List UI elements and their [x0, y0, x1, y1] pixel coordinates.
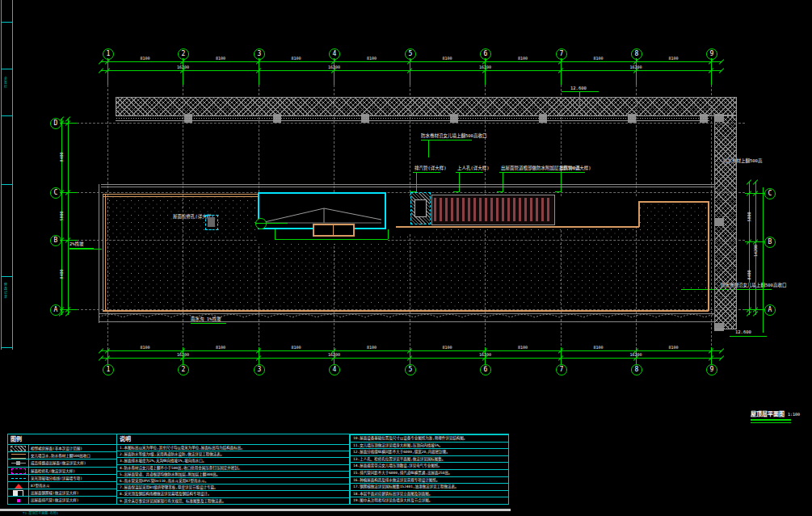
- annotation-leader: [561, 172, 562, 191]
- annotation-leader: [459, 172, 460, 191]
- annotation-leader: [413, 172, 440, 173]
- grid-bubble-top-6: 6: [480, 48, 491, 60]
- grid-connector: [485, 58, 486, 85]
- grid-connector: [60, 123, 77, 124]
- plot-stamp: T3-屋顶层平面图-布局1: [23, 511, 58, 515]
- notes-table-1: 说明 1.本图标高以米为单位,其余尺寸均以毫米为单位,屋面标高均为结构面标高。2…: [116, 434, 350, 505]
- grid-bubble-bottom-2: 2: [178, 364, 189, 375]
- annotation-leader: [557, 172, 585, 173]
- legend-symbol-cell: [8, 497, 29, 504]
- legend-row-label: 出屋面钢爬梯(做法详见大样): [29, 491, 78, 495]
- dim-label: 16200: [325, 353, 344, 357]
- legend-row-label: 相邻裙房屋面(非本次设计范围): [29, 447, 82, 451]
- level-leader: [562, 91, 599, 92]
- annotation-leader: [416, 172, 417, 191]
- note-item: 9.其余未尽事宜详见国家现行有关规范、标准图集及工程做法表。: [117, 497, 349, 504]
- parapet-flashing-line-icon: [11, 454, 26, 459]
- grid-connector: [60, 309, 77, 310]
- legend-row-label: 采光顶玻璃分格线(详幕墙专项): [29, 476, 82, 480]
- note-item: 1.本图标高以米为单位,其余尺寸均以毫米为单位,屋面标高均为结构面标高。: [117, 444, 349, 451]
- parapet-line: [103, 196, 258, 197]
- annotation-underline: [730, 336, 767, 337]
- grid-connector: [334, 58, 334, 85]
- annotation-leader: [499, 172, 527, 173]
- parapet-line-step: [396, 226, 639, 228]
- equipment-curb-box: [313, 224, 355, 237]
- dim-label: 8100: [664, 346, 684, 350]
- notes-header: 说明: [117, 434, 349, 444]
- level-leader: [579, 91, 580, 107]
- grid-bubble-left-B: B: [50, 235, 61, 246]
- note-item: 14.屋面避雷带沿女儿墙压顶敷设,详见电气专业图纸。: [351, 462, 508, 469]
- annotation-leader: [456, 172, 483, 173]
- grid-extension-line: [763, 187, 764, 333]
- dim-label: 16200: [476, 353, 495, 357]
- adjacent-roof-hatch-band-vertical: [714, 115, 737, 329]
- annotation-leader: [555, 191, 562, 192]
- legend-row-label: 成品排烟道出屋面(做法详见大样): [29, 461, 86, 465]
- grid-bubble-top-2: 2: [178, 48, 189, 60]
- grid-bubble-top-8: 8: [631, 48, 642, 60]
- note-item: 4.防水卷材沿女儿墙上翻不小于500高,收口处用金属压条钉压固定并密封。: [117, 464, 349, 471]
- roof-outer-line: [101, 184, 714, 185]
- grid-connector: [60, 192, 77, 193]
- annotation-a11: 12.600: [735, 329, 751, 334]
- dim-label: 8100: [438, 346, 457, 350]
- grid-bubble-bottom-7: 7: [556, 364, 567, 375]
- parapet-line: [105, 194, 106, 311]
- grid-bubble-top-3: 3: [254, 48, 265, 60]
- grid-bubble-bottom-3: 3: [254, 364, 265, 375]
- parapet-line: [103, 194, 103, 311]
- dim-label: 8100: [664, 57, 684, 61]
- note-item: 10.屋面设备基础位置及尺寸以设备专业图纸为准,预埋件详见结构图。: [351, 434, 508, 442]
- note-item: 15.排汽管间距不大于6000,排汽道纵横贯通,出屋面250高。: [351, 469, 508, 476]
- patch: [574, 197, 640, 226]
- grid-connector: [107, 58, 108, 85]
- legend-row-label: 女儿墙泛水,防水卷材上翻500高收口: [29, 454, 90, 458]
- legend-row-label: 出屋面排汽管(做法详见大样): [29, 498, 78, 502]
- grid-bubble-right-A: A: [764, 304, 776, 316]
- legend-row: 出屋面排汽管(做法详见大样): [8, 496, 116, 504]
- grid-bubble-right-C: C: [764, 188, 776, 199]
- dim-tick: [719, 355, 724, 360]
- annotation-a3: 排汽管(详大样): [414, 166, 447, 170]
- grid-bubble-top-1: 1: [103, 48, 114, 60]
- grid-connector: [636, 58, 637, 85]
- title-underline: [751, 419, 791, 421]
- parapet-line-step: [638, 201, 709, 203]
- drawing-scale: 1:100: [788, 411, 800, 417]
- dimension-line: [101, 61, 722, 62]
- note-item: 19.图中未注明者均详见各墙身大样及节点详图。: [351, 497, 508, 504]
- equipment-curb-divider: [333, 225, 334, 235]
- dimension-line: [749, 182, 750, 315]
- annotation-leader: [453, 191, 460, 192]
- dim-label: 5800: [747, 207, 751, 228]
- grid-bubble-left-C: C: [50, 187, 61, 199]
- annotation-a6: 排汽管(详大样): [559, 166, 591, 170]
- grid-connector: [183, 58, 183, 85]
- inspection-hatch: [205, 215, 218, 230]
- louvre-strip: [431, 195, 555, 225]
- dim-label: 16200: [325, 65, 344, 69]
- note-item: 16.种植屋面构造及排水做法详见景观专项设计图纸。: [351, 476, 508, 484]
- dim-label: 8100: [287, 346, 306, 350]
- dim-label: 8100: [362, 57, 381, 61]
- inspection-hatch-inner: [208, 217, 215, 227]
- annotation-a2: 12.600: [570, 86, 587, 90]
- note-item: 17.钢爬梯做法详见国标图集15J401,油漆做法详见工程做法表。: [351, 483, 508, 490]
- grid-connector: [561, 58, 562, 85]
- grid-connector: [107, 347, 108, 364]
- rain-inlet-triangle-icon: [15, 484, 23, 489]
- grid-connector: [259, 347, 259, 364]
- cad-viewport[interactable]: 会签栏 修改记录 123456789123456789DCBACBA810081…: [0, 0, 812, 516]
- dim-label: 16200: [174, 65, 193, 69]
- louvre-bars: [434, 198, 552, 221]
- dim-label: 8100: [287, 57, 306, 61]
- dimension-line: [101, 70, 722, 71]
- adjacent-roof-edge-strip: [116, 115, 709, 121]
- annotation-a1: 防水卷材沿女儿墙上翻500高收口: [421, 133, 486, 138]
- dim-label: 8100: [362, 346, 381, 350]
- sheet-bottom-border: [0, 509, 511, 511]
- vent-pipe-square-icon: [17, 499, 20, 502]
- dimension-line: [68, 119, 69, 315]
